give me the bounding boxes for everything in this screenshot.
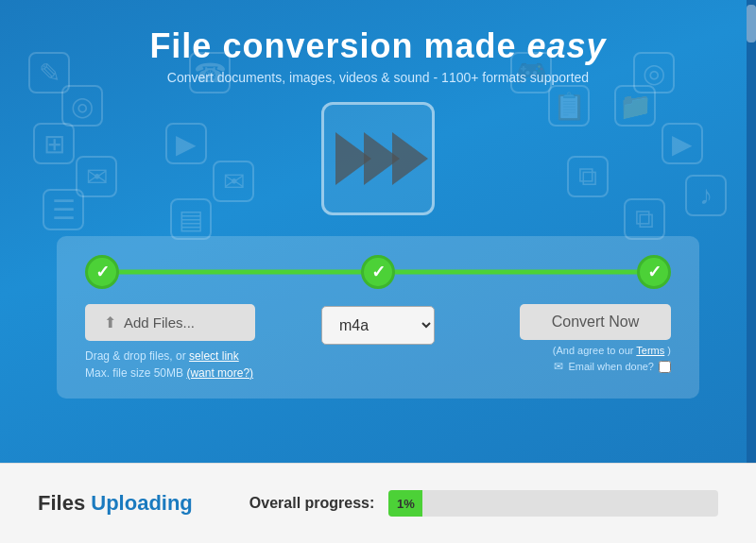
upload-icon: ⬆ <box>104 314 116 331</box>
select-link[interactable]: select link <box>189 349 239 363</box>
steps-row: ✓ ✓ ✓ <box>85 255 671 289</box>
arrow-3 <box>392 132 428 185</box>
email-label: Email when done? <box>568 361 654 372</box>
uploading-word: Uploading <box>91 491 193 515</box>
format-select[interactable]: mp3m4awavoggflacaacwma <box>321 306 435 345</box>
convert-area: Convert Now (And agree to our Terms ) ✉ … <box>482 304 671 373</box>
main-title: File conversion made easy <box>0 26 756 66</box>
email-checkbox[interactable] <box>659 361 671 373</box>
play-arrows <box>335 132 421 185</box>
add-files-area: ⬆ Add Files... Drag & drop files, or sel… <box>85 304 274 382</box>
controls-row: ⬆ Add Files... Drag & drop files, or sel… <box>85 304 671 382</box>
step-circle-2: ✓ <box>361 255 395 289</box>
format-area: mp3m4awavoggflacaacwma <box>274 304 482 345</box>
progress-bar-fill: 1% <box>388 490 422 517</box>
top-section: ✎◎⊞✉☰▶✉▤☎📁◎▶♪⧉⧉📋🎮 File conversion made e… <box>0 0 756 463</box>
agree-text: (And agree to our Terms ) <box>553 345 671 356</box>
subtitle: Convert documents, images, videos & soun… <box>0 70 756 85</box>
email-row: ✉ Email when done? <box>554 360 671 373</box>
agree-close: ) <box>667 345 671 356</box>
files-word: Files <box>38 491 85 515</box>
step-circle-3: ✓ <box>637 255 671 289</box>
step-circle-1: ✓ <box>85 255 119 289</box>
center-logo <box>0 102 756 215</box>
title-made: made <box>413 26 526 65</box>
email-icon: ✉ <box>554 360 563 373</box>
hint-text: Drag & drop files, or select link Max. f… <box>85 348 274 382</box>
drag-hint: Drag & drop files, or <box>85 349 186 363</box>
agree-prefix: (And agree to our <box>553 345 634 356</box>
add-files-button[interactable]: ⬆ Add Files... <box>85 304 255 341</box>
progress-bar-container: 1% <box>388 490 718 517</box>
title-conversion: conversion <box>222 26 413 65</box>
files-uploading-label: Files Uploading <box>38 491 193 516</box>
progress-label: Overall progress: <box>249 495 375 512</box>
title-easy: easy <box>527 26 607 65</box>
convert-panel: ✓ ✓ ✓ ⬆ Add Files... Drag & drop files, … <box>57 236 699 399</box>
size-hint: Max. file size 50MB <box>85 366 183 380</box>
header-area: File conversion made easy Convert docume… <box>0 0 756 85</box>
terms-link[interactable]: Terms <box>636 345 664 356</box>
convert-now-button[interactable]: Convert Now <box>520 304 671 340</box>
bottom-bar: Files Uploading Overall progress: 1% <box>0 463 756 543</box>
want-more-link[interactable]: (want more?) <box>186 366 253 380</box>
progress-value: 1% <box>397 497 415 511</box>
title-file: File <box>149 26 222 65</box>
add-files-label: Add Files... <box>124 314 195 331</box>
logo-box <box>321 102 435 215</box>
